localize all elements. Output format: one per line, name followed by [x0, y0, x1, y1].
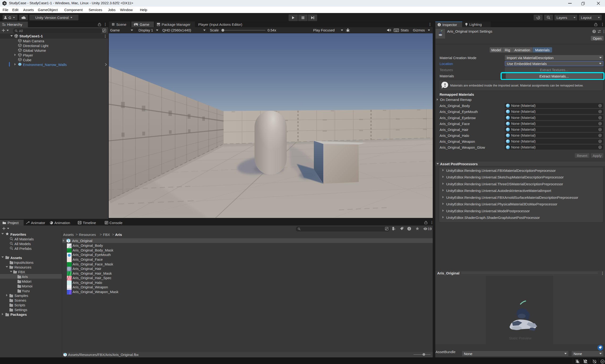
svg-text:?: ? — [593, 30, 595, 33]
